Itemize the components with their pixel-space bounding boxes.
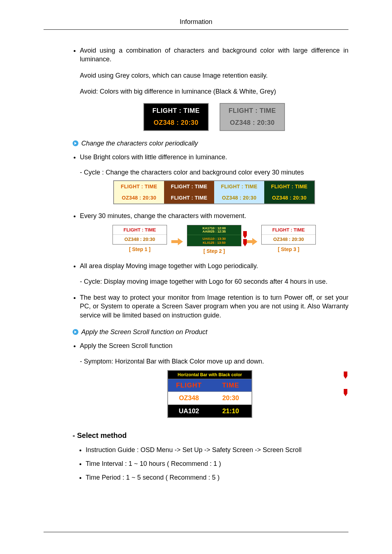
scroll-r3c2: 21:10: [210, 405, 252, 417]
bullet-apply-scroll: Apply the Screen Scroll function - Sympt…: [80, 341, 348, 418]
header-title: Information: [180, 18, 212, 25]
scroll-row-1: FLIGHT TIME: [168, 379, 252, 391]
panel1-l1: FLIGHT : TIME: [114, 181, 164, 192]
sm-item-period: Time Period : 1 ~ 5 second ( Recommend :…: [86, 473, 348, 482]
scroll-row-3: UA102 21:10: [168, 405, 252, 417]
content: Avoid using a combination of characters …: [44, 30, 348, 482]
pin-icon: [343, 372, 348, 379]
best-way-text: The best way to protect your monitor fro…: [80, 293, 348, 320]
panel4-l1: FLIGHT : TIME: [264, 181, 314, 192]
section-heading-screen-scroll: Apply the Screen Scroll function on Prod…: [73, 328, 348, 336]
page: Information Avoid using a combination of…: [0, 0, 392, 554]
panel-3: FLIGHT : TIME OZ348 : 20:30: [214, 181, 264, 204]
bullet-avoid: Avoid using a combination of characters …: [80, 46, 348, 131]
panel1-l2: OZ348 : 20:30: [114, 192, 164, 204]
scroll-box: Horizontal Bar with Black color FLIGHT T…: [167, 370, 252, 418]
step1-line2: OZ348 : 20:30: [113, 234, 167, 244]
scroll-row-2: OZ348 20:30: [168, 391, 252, 404]
panel-2: FLIGHT : TIME FLIGHT : TIME: [164, 181, 214, 204]
bullet-logo: All area display Moving image together w…: [80, 262, 348, 286]
step3-label: [ Step 3 ]: [261, 246, 316, 253]
avoid-para2: Avoid using Grey colors, which can cause…: [80, 71, 348, 80]
example-black-line2: OZ348 : 20:30: [145, 117, 207, 129]
section-heading-change-color-text: Change the characters color periodically: [81, 139, 198, 148]
select-method-list: Instruction Guide : OSD Menu -> Set Up -…: [73, 446, 348, 482]
bright-colors-cycle: - Cycle : Change the characters color an…: [80, 168, 348, 177]
scroll-r2c1: OZ348: [168, 392, 210, 404]
movement-text: Every 30 minutes, change the characters …: [80, 212, 348, 220]
arrow-icon: [73, 140, 78, 146]
scroll-r1c1: FLIGHT: [168, 379, 210, 391]
logo-cycle: - Cycle: Display moving image together w…: [80, 277, 348, 286]
scroll-pins: [343, 370, 348, 396]
avoid-para1: Avoid using a combination of characters …: [80, 46, 348, 64]
bullet-bright-colors: Use Bright colors with little difference…: [80, 153, 348, 204]
bullet-movement: Every 30 minutes, change the characters …: [80, 212, 348, 254]
section-heading-screen-scroll-text: Apply the Screen Scroll function on Prod…: [81, 328, 207, 336]
scroll-r3c1: UA102: [168, 405, 210, 417]
step1-label: [ Step 1 ]: [113, 246, 167, 253]
sm-item-guide: Instruction Guide : OSD Menu -> Set Up -…: [86, 446, 348, 454]
panel2-l1: FLIGHT : TIME: [164, 181, 214, 192]
arrow-icon: [73, 329, 78, 335]
scroll-r1c2: TIME: [210, 379, 252, 391]
step2-label: [ Step 2 ]: [187, 248, 241, 255]
section-heading-change-color: Change the characters color periodically: [73, 139, 348, 148]
scroll-r2c2: 20:30: [210, 392, 252, 404]
step2-l2a: UA0110 : 13:30: [187, 237, 241, 241]
footer-rule: [44, 532, 348, 532]
step3-line1: FLIGHT : TIME: [262, 225, 315, 235]
panel3-l2: OZ348 : 20:30: [214, 192, 264, 204]
panel-1: FLIGHT : TIME OZ348 : 20:30: [114, 181, 164, 204]
step2-l2b: KL0125 : 13:50: [187, 241, 241, 245]
pin-icon: [242, 239, 248, 246]
panel-4: FLIGHT : TIME OZ348 : 20:30: [264, 181, 314, 204]
avoid-para3: Avoid: Colors with big difference in lum…: [80, 87, 348, 96]
logo-text: All area display Moving image together w…: [80, 262, 348, 270]
movement-steps: FLIGHT : TIME OZ348 : 20:30 [ Step 1 ] K…: [113, 225, 316, 255]
step1-line1: FLIGHT : TIME: [113, 225, 167, 235]
step-3: FLIGHT : TIME OZ348 : 20:30 [ Step 3 ]: [261, 225, 316, 253]
scroll-illustration: Horizontal Bar with Black color FLIGHT T…: [80, 370, 348, 418]
step2-l1b: AA0025 : 12:35: [187, 230, 241, 233]
example-box-grey: FLIGHT : TIME OZ348 : 20:30: [220, 103, 285, 131]
scroll-bar-label: Horizontal Bar with Black color: [168, 371, 252, 379]
step-2: KA1710 : 12:00 AA0025 : 12:35 UA0110 : 1…: [187, 225, 241, 255]
example-box-black: FLIGHT : TIME OZ348 : 20:30: [143, 103, 209, 131]
example-row-luminance: FLIGHT : TIME OZ348 : 20:30 FLIGHT : TIM…: [80, 103, 348, 131]
pin-icon: [343, 389, 348, 396]
arrow-right-icon: [171, 237, 183, 246]
select-method-title: - Select method: [73, 431, 348, 440]
panel3-l1: FLIGHT : TIME: [214, 181, 264, 192]
sm-item-interval: Time Interval : 1 ~ 10 hours ( Recommend…: [86, 459, 348, 468]
apply-scroll-text: Apply the Screen Scroll function: [80, 341, 348, 350]
apply-scroll-symptom: - Symptom: Horizontal Bar with Black Col…: [80, 357, 348, 366]
step3-line2: OZ348 : 20:30: [262, 234, 315, 244]
bright-colors-text: Use Bright colors with little difference…: [80, 153, 348, 161]
panel4-l2: OZ348 : 20:30: [264, 192, 314, 204]
panel2-l2: FLIGHT : TIME: [164, 192, 214, 204]
step-1: FLIGHT : TIME OZ348 : 20:30 [ Step 1 ]: [113, 225, 167, 253]
page-header: Information: [44, 18, 348, 30]
bullet-best-way: The best way to protect your monitor fro…: [80, 293, 348, 320]
example-grey-line2: OZ348 : 20:30: [221, 117, 283, 129]
example-black-line1: FLIGHT : TIME: [145, 105, 207, 117]
pin-icon: [242, 231, 248, 238]
example-grey-line1: FLIGHT : TIME: [221, 105, 283, 117]
four-panel-examples: FLIGHT : TIME OZ348 : 20:30 FLIGHT : TIM…: [113, 180, 315, 204]
